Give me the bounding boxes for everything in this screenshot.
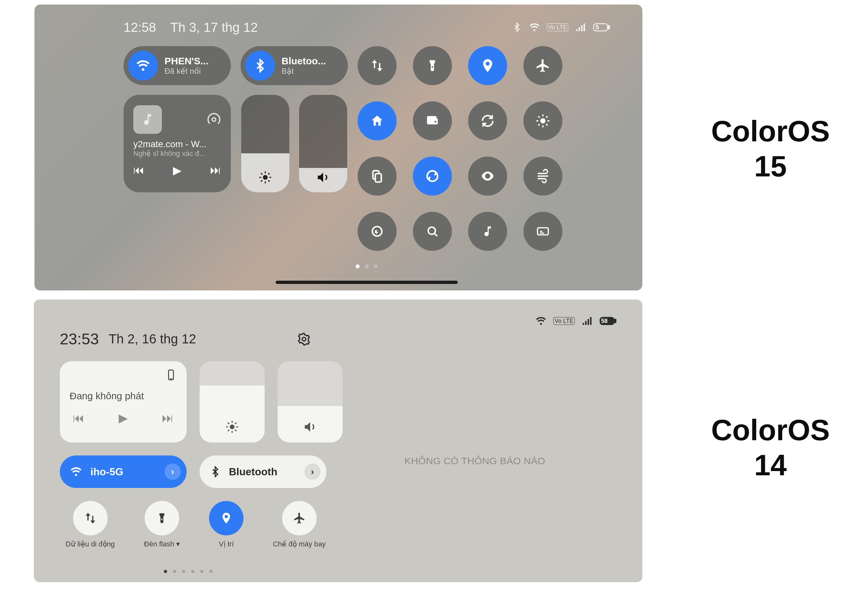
rotation-toggle[interactable] xyxy=(468,101,507,140)
music-toggle[interactable] xyxy=(468,212,507,251)
gesture-handle[interactable] xyxy=(276,281,458,284)
status-date: Th 3, 17 thg 12 xyxy=(170,20,258,34)
wifi-name: PHEN'S... xyxy=(165,56,209,67)
volume-icon xyxy=(316,170,330,185)
wifi-icon xyxy=(529,22,540,33)
flashlight-toggle[interactable] xyxy=(413,46,452,85)
mobile-data-toggle[interactable] xyxy=(358,46,397,85)
wifi-name: iho-5G xyxy=(90,466,123,478)
chevron-right-icon[interactable]: › xyxy=(165,464,181,480)
page-indicator xyxy=(356,264,378,268)
wind-toggle[interactable] xyxy=(523,157,562,195)
volte-icon: Vo LTE xyxy=(547,23,568,31)
signal-icon xyxy=(581,315,593,327)
next-button[interactable]: ⏭ xyxy=(210,164,221,177)
brightness-auto-toggle[interactable] xyxy=(523,101,562,140)
album-art-icon xyxy=(133,105,162,134)
search-toggle[interactable] xyxy=(413,212,452,251)
wifi-status: Đã kết nối xyxy=(165,67,209,76)
svg-point-7 xyxy=(427,171,437,181)
svg-point-9 xyxy=(428,227,435,234)
signal-icon xyxy=(575,22,586,33)
bluetooth-status: Bật xyxy=(282,67,326,76)
brightness-slider[interactable] xyxy=(200,361,264,442)
volte-icon: Vo LTE xyxy=(553,317,575,325)
home-toggle[interactable] xyxy=(358,101,397,140)
svg-rect-1 xyxy=(608,25,610,29)
svg-point-8 xyxy=(372,226,382,236)
wifi-tile[interactable]: PHEN'S... Đã kết nối xyxy=(123,46,231,85)
wifi-tile[interactable]: iho-5G › xyxy=(60,456,187,488)
captions-toggle[interactable] xyxy=(523,212,562,251)
page-indicator xyxy=(164,570,213,573)
quick-toggle-row: Dữ liệu di động Đèn flash ▾ Vị trí Chế đ… xyxy=(60,501,352,548)
bluetooth-name: Bluetoo... xyxy=(282,56,326,67)
status-time: 23:53 xyxy=(60,330,99,348)
brightness-icon xyxy=(258,170,272,185)
bluetooth-tile[interactable]: Bluetooth › xyxy=(200,456,327,488)
device-icon[interactable] xyxy=(165,369,177,381)
next-button[interactable]: ⏭ xyxy=(162,411,174,425)
status-date: Th 2, 16 thg 12 xyxy=(109,332,196,346)
brightness-icon xyxy=(225,420,239,434)
flashlight-toggle[interactable]: Đèn flash ▾ xyxy=(144,501,180,548)
sync-toggle[interactable] xyxy=(413,157,452,195)
screenshot-coloros15: 12:58 Th 3, 17 thg 12 Vo LTE 5 xyxy=(34,5,642,290)
media-tile[interactable]: y2mate.com - W... Nghệ sĩ không xác đ...… xyxy=(123,95,231,192)
status-bar: 12:58 Th 3, 17 thg 12 Vo LTE 5 xyxy=(34,5,642,36)
chevron-right-icon[interactable]: › xyxy=(304,464,320,480)
battery-icon: 58 xyxy=(599,313,616,329)
svg-rect-6 xyxy=(375,174,381,182)
prev-button[interactable]: ⏮ xyxy=(73,411,84,425)
svg-point-4 xyxy=(540,118,546,124)
play-button[interactable]: ▶ xyxy=(119,411,128,425)
mobile-data-toggle[interactable]: Dữ liệu di động xyxy=(66,501,115,548)
split-screen-toggle[interactable] xyxy=(358,157,397,195)
svg-rect-10 xyxy=(538,228,548,235)
svg-point-3 xyxy=(263,175,268,180)
svg-point-2 xyxy=(212,118,216,121)
location-toggle[interactable] xyxy=(468,46,507,85)
airplane-toggle[interactable] xyxy=(523,46,562,85)
brightness-slider[interactable] xyxy=(241,95,289,192)
bluetooth-icon xyxy=(512,22,522,33)
media-artist: Nghệ sĩ không xác đ... xyxy=(133,149,221,158)
bluetooth-name: Bluetooth xyxy=(229,466,277,478)
settings-icon[interactable] xyxy=(297,332,311,346)
quick-toggle-grid xyxy=(358,46,562,251)
location-toggle[interactable]: Vị trí xyxy=(209,501,244,548)
svg-point-15 xyxy=(230,425,235,429)
bluetooth-icon xyxy=(209,466,221,478)
empty-notifications: KHÔNG CÓ THÔNG BÁO NÀO xyxy=(404,456,545,467)
bluetooth-icon xyxy=(245,51,275,81)
media-tile[interactable]: Đang không phát ⏮ ▶ ⏭ xyxy=(60,361,187,442)
label-coloros15: ColorOS 15 xyxy=(696,114,845,184)
screenshot-coloros14: Vo LTE 58 23:53 Th 2, 16 thg 12 Đang khô… xyxy=(34,299,642,582)
cast-icon[interactable] xyxy=(207,112,221,127)
wallet-toggle[interactable] xyxy=(413,101,452,140)
battery-icon: 5 xyxy=(593,19,610,36)
media-title: y2mate.com - W... xyxy=(133,139,221,149)
wifi-icon xyxy=(535,315,547,327)
bluetooth-tile[interactable]: Bluetoo... Bật xyxy=(241,46,348,85)
volume-slider[interactable] xyxy=(299,95,347,192)
eye-comfort-toggle[interactable] xyxy=(468,157,507,195)
prev-button[interactable]: ⏮ xyxy=(133,164,144,177)
header: 23:53 Th 2, 16 thg 12 xyxy=(60,330,623,348)
label-coloros14: ColorOS 14 xyxy=(696,412,845,483)
media-title: Đang không phát xyxy=(70,391,177,402)
status-bar: Vo LTE 58 xyxy=(535,313,616,329)
status-time: 12:58 xyxy=(123,20,156,34)
svg-rect-12 xyxy=(614,319,616,323)
play-button[interactable]: ▶ xyxy=(173,164,181,177)
dnd-toggle[interactable] xyxy=(358,212,397,251)
volume-slider[interactable] xyxy=(278,361,343,442)
svg-point-13 xyxy=(302,337,306,341)
volume-icon xyxy=(303,420,317,434)
wifi-icon xyxy=(128,51,158,81)
wifi-icon xyxy=(70,465,82,478)
airplane-toggle[interactable]: Chế độ máy bay xyxy=(273,501,326,548)
